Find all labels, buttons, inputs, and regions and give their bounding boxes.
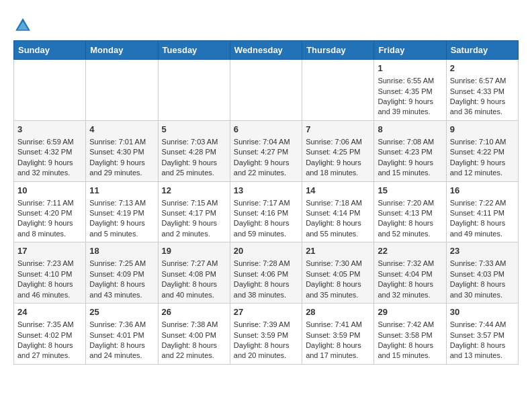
- weekday-header-row: SundayMondayTuesdayWednesdayThursdayFrid…: [14, 41, 519, 60]
- calendar-cell: 26Sunrise: 7:38 AM Sunset: 4:00 PM Dayli…: [158, 304, 230, 365]
- day-info: Sunrise: 7:11 AM Sunset: 4:20 PM Dayligh…: [17, 199, 74, 238]
- calendar-cell: 14Sunrise: 7:18 AM Sunset: 4:14 PM Dayli…: [302, 181, 374, 242]
- day-number: 21: [306, 245, 370, 257]
- day-number: 13: [234, 185, 298, 197]
- calendar-cell: 5Sunrise: 7:03 AM Sunset: 4:28 PM Daylig…: [158, 120, 230, 181]
- day-info: Sunrise: 7:08 AM Sunset: 4:23 PM Dayligh…: [378, 138, 434, 177]
- day-info: Sunrise: 7:44 AM Sunset: 3:57 PM Dayligh…: [450, 320, 506, 359]
- day-info: Sunrise: 6:59 AM Sunset: 4:32 PM Dayligh…: [17, 138, 74, 177]
- week-row-1: 1Sunrise: 6:55 AM Sunset: 4:35 PM Daylig…: [14, 60, 519, 121]
- week-row-4: 17Sunrise: 7:23 AM Sunset: 4:10 PM Dayli…: [14, 242, 519, 304]
- day-number: 28: [306, 306, 370, 318]
- calendar-cell: 9Sunrise: 7:10 AM Sunset: 4:22 PM Daylig…: [446, 120, 518, 181]
- calendar-cell: 27Sunrise: 7:39 AM Sunset: 3:59 PM Dayli…: [230, 304, 302, 365]
- day-info: Sunrise: 7:32 AM Sunset: 4:04 PM Dayligh…: [378, 259, 434, 298]
- day-info: Sunrise: 7:23 AM Sunset: 4:10 PM Dayligh…: [17, 259, 74, 298]
- day-info: Sunrise: 7:38 AM Sunset: 4:00 PM Dayligh…: [162, 320, 218, 359]
- calendar-cell: 17Sunrise: 7:23 AM Sunset: 4:10 PM Dayli…: [14, 242, 86, 304]
- calendar-cell: 21Sunrise: 7:30 AM Sunset: 4:05 PM Dayli…: [302, 242, 374, 304]
- calendar-cell: 28Sunrise: 7:41 AM Sunset: 3:59 PM Dayli…: [302, 304, 374, 365]
- day-number: 2: [450, 62, 515, 75]
- day-number: 15: [378, 185, 442, 197]
- header: [13, 13, 519, 35]
- calendar-cell: 3Sunrise: 6:59 AM Sunset: 4:32 PM Daylig…: [14, 120, 86, 181]
- weekday-header-monday: Monday: [86, 41, 158, 60]
- week-row-5: 24Sunrise: 7:35 AM Sunset: 4:02 PM Dayli…: [14, 304, 519, 365]
- day-number: 6: [234, 124, 298, 136]
- calendar-cell: 2Sunrise: 6:57 AM Sunset: 4:33 PM Daylig…: [446, 60, 518, 121]
- day-number: 10: [17, 185, 82, 197]
- day-info: Sunrise: 7:25 AM Sunset: 4:09 PM Dayligh…: [89, 259, 146, 298]
- day-number: 16: [450, 185, 515, 197]
- day-number: 5: [162, 124, 226, 136]
- day-info: Sunrise: 7:01 AM Sunset: 4:30 PM Dayligh…: [89, 138, 146, 177]
- weekday-header-thursday: Thursday: [302, 41, 374, 60]
- day-info: Sunrise: 7:15 AM Sunset: 4:17 PM Dayligh…: [162, 199, 218, 238]
- week-row-2: 3Sunrise: 6:59 AM Sunset: 4:32 PM Daylig…: [14, 120, 519, 181]
- weekday-header-friday: Friday: [374, 41, 446, 60]
- day-number: 25: [89, 306, 154, 318]
- calendar-cell: 13Sunrise: 7:17 AM Sunset: 4:16 PM Dayli…: [230, 181, 302, 242]
- day-info: Sunrise: 7:27 AM Sunset: 4:08 PM Dayligh…: [162, 259, 218, 298]
- day-info: Sunrise: 7:10 AM Sunset: 4:22 PM Dayligh…: [450, 138, 506, 177]
- day-number: 24: [17, 306, 82, 318]
- calendar-cell: 19Sunrise: 7:27 AM Sunset: 4:08 PM Dayli…: [158, 242, 230, 304]
- day-number: 17: [17, 245, 82, 257]
- day-info: Sunrise: 7:18 AM Sunset: 4:14 PM Dayligh…: [306, 199, 362, 238]
- day-info: Sunrise: 7:13 AM Sunset: 4:19 PM Dayligh…: [89, 199, 146, 238]
- day-number: 23: [450, 245, 515, 257]
- calendar-cell: 7Sunrise: 7:06 AM Sunset: 4:25 PM Daylig…: [302, 120, 374, 181]
- calendar-table: SundayMondayTuesdayWednesdayThursdayFrid…: [13, 40, 519, 365]
- day-info: Sunrise: 7:36 AM Sunset: 4:01 PM Dayligh…: [89, 320, 146, 359]
- calendar-cell: 8Sunrise: 7:08 AM Sunset: 4:23 PM Daylig…: [374, 120, 446, 181]
- calendar-cell: 11Sunrise: 7:13 AM Sunset: 4:19 PM Dayli…: [86, 181, 158, 242]
- calendar-cell: 22Sunrise: 7:32 AM Sunset: 4:04 PM Dayli…: [374, 242, 446, 304]
- day-info: Sunrise: 6:57 AM Sunset: 4:33 PM Dayligh…: [450, 77, 506, 116]
- day-number: 18: [89, 245, 154, 257]
- day-number: 27: [234, 306, 298, 318]
- calendar-cell: [302, 60, 374, 121]
- weekday-header-wednesday: Wednesday: [230, 41, 302, 60]
- calendar-cell: 15Sunrise: 7:20 AM Sunset: 4:13 PM Dayli…: [374, 181, 446, 242]
- day-number: 14: [306, 185, 370, 197]
- day-info: Sunrise: 7:22 AM Sunset: 4:11 PM Dayligh…: [450, 199, 506, 238]
- day-info: Sunrise: 7:03 AM Sunset: 4:28 PM Dayligh…: [162, 138, 218, 177]
- day-info: Sunrise: 7:35 AM Sunset: 4:02 PM Dayligh…: [17, 320, 74, 359]
- week-row-3: 10Sunrise: 7:11 AM Sunset: 4:20 PM Dayli…: [14, 181, 519, 242]
- calendar-cell: 10Sunrise: 7:11 AM Sunset: 4:20 PM Dayli…: [14, 181, 86, 242]
- calendar-cell: 4Sunrise: 7:01 AM Sunset: 4:30 PM Daylig…: [86, 120, 158, 181]
- day-info: Sunrise: 6:55 AM Sunset: 4:35 PM Dayligh…: [378, 77, 434, 116]
- calendar-cell: 29Sunrise: 7:42 AM Sunset: 3:58 PM Dayli…: [374, 304, 446, 365]
- day-number: 9: [450, 124, 515, 136]
- day-info: Sunrise: 7:17 AM Sunset: 4:16 PM Dayligh…: [234, 199, 290, 238]
- weekday-header-sunday: Sunday: [14, 41, 86, 60]
- day-info: Sunrise: 7:20 AM Sunset: 4:13 PM Dayligh…: [378, 199, 434, 238]
- day-number: 19: [162, 245, 226, 257]
- day-info: Sunrise: 7:41 AM Sunset: 3:59 PM Dayligh…: [306, 320, 362, 359]
- day-info: Sunrise: 7:04 AM Sunset: 4:27 PM Dayligh…: [234, 138, 290, 177]
- page: SundayMondayTuesdayWednesdayThursdayFrid…: [0, 0, 532, 371]
- calendar-cell: 24Sunrise: 7:35 AM Sunset: 4:02 PM Dayli…: [14, 304, 86, 365]
- day-number: 22: [378, 245, 442, 257]
- day-number: 8: [378, 124, 442, 136]
- day-number: 26: [162, 306, 226, 318]
- calendar-cell: 20Sunrise: 7:28 AM Sunset: 4:06 PM Dayli…: [230, 242, 302, 304]
- day-info: Sunrise: 7:33 AM Sunset: 4:03 PM Dayligh…: [450, 259, 506, 298]
- calendar-cell: 16Sunrise: 7:22 AM Sunset: 4:11 PM Dayli…: [446, 181, 518, 242]
- calendar-cell: 1Sunrise: 6:55 AM Sunset: 4:35 PM Daylig…: [374, 60, 446, 121]
- calendar-cell: [14, 60, 86, 121]
- calendar-cell: [86, 60, 158, 121]
- calendar-cell: 12Sunrise: 7:15 AM Sunset: 4:17 PM Dayli…: [158, 181, 230, 242]
- day-info: Sunrise: 7:42 AM Sunset: 3:58 PM Dayligh…: [378, 320, 434, 359]
- logo: [13, 16, 35, 35]
- day-number: 7: [306, 124, 370, 136]
- day-number: 1: [378, 62, 442, 75]
- calendar-cell: [158, 60, 230, 121]
- day-number: 30: [450, 306, 515, 318]
- calendar-cell: 18Sunrise: 7:25 AM Sunset: 4:09 PM Dayli…: [86, 242, 158, 304]
- day-number: 29: [378, 306, 442, 318]
- calendar-cell: 30Sunrise: 7:44 AM Sunset: 3:57 PM Dayli…: [446, 304, 518, 365]
- calendar-cell: 23Sunrise: 7:33 AM Sunset: 4:03 PM Dayli…: [446, 242, 518, 304]
- calendar-cell: 25Sunrise: 7:36 AM Sunset: 4:01 PM Dayli…: [86, 304, 158, 365]
- weekday-header-saturday: Saturday: [446, 41, 518, 60]
